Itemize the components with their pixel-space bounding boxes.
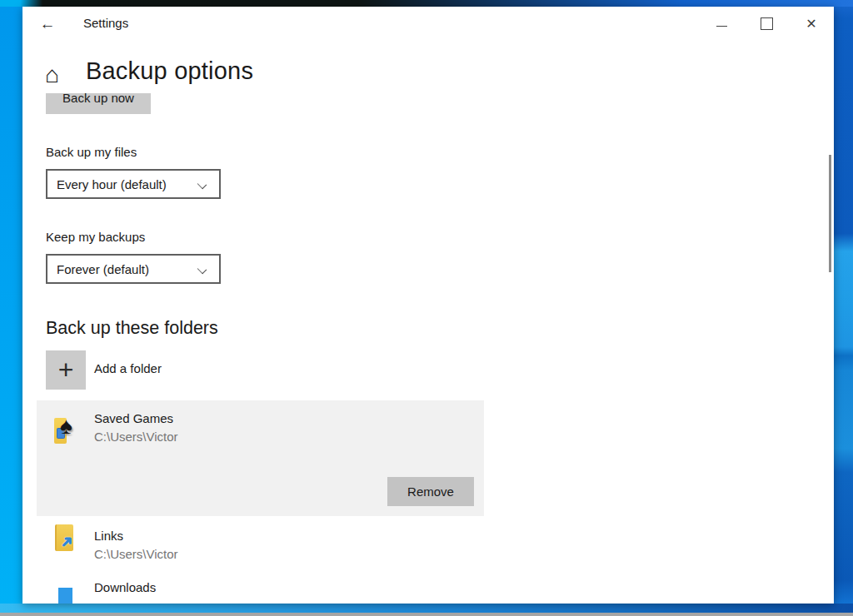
back-up-now-label: Back up now <box>46 93 151 108</box>
plus-icon: + <box>46 350 86 390</box>
folder-name: Saved Games <box>94 411 173 425</box>
folder-item-downloads[interactable]: Downloads <box>37 578 484 604</box>
retention-label: Keep my backups <box>46 230 145 244</box>
desktop-wallpaper-left <box>0 7 22 604</box>
app-title: Settings <box>83 16 128 30</box>
links-folder-icon: ➜ <box>55 524 80 554</box>
back-arrow-icon: ← <box>40 15 56 32</box>
back-up-now-button[interactable]: Back up now <box>46 93 151 114</box>
window-controls: ✕ <box>699 7 834 40</box>
desktop-wallpaper-top <box>0 0 853 7</box>
chevron-down-icon <box>197 265 207 274</box>
spade-icon: ♠ <box>60 413 72 440</box>
add-folder-button[interactable]: + Add a folder <box>46 350 396 390</box>
folders-section-title: Back up these folders <box>46 318 218 339</box>
folder-name: Downloads <box>94 580 156 594</box>
maximize-icon <box>761 17 773 30</box>
frequency-label: Back up my files <box>46 145 137 159</box>
remove-button[interactable]: Remove <box>387 477 474 506</box>
add-folder-label: Add a folder <box>94 361 162 375</box>
folder-path: C:\Users\Victor <box>94 547 178 561</box>
retention-value: Forever (default) <box>57 262 149 276</box>
frequency-value: Every hour (default) <box>57 177 167 191</box>
folder-path: C:\Users\Victor <box>94 430 178 444</box>
downloads-folder-icon <box>58 588 72 604</box>
folder-item-saved-games[interactable]: ♠ Saved Games C:\Users\Victor Remove <box>37 400 484 516</box>
minimize-button[interactable] <box>699 7 744 40</box>
desktop-wallpaper-bottom <box>0 604 853 613</box>
settings-window: ← Settings ✕ ⌂ Backup options Back up no… <box>22 7 834 604</box>
close-button[interactable]: ✕ <box>789 7 834 40</box>
saved-games-folder-icon: ♠ <box>54 415 84 450</box>
taskbar-edge <box>0 613 853 616</box>
maximize-button[interactable] <box>744 7 789 40</box>
vertical-scrollbar-thumb[interactable] <box>829 155 831 272</box>
back-button[interactable]: ← <box>32 12 62 37</box>
folder-item-links[interactable]: ➜ Links C:\Users\Victor <box>37 519 484 572</box>
folder-name: Links <box>94 529 123 543</box>
page-title: Backup options <box>86 57 253 85</box>
chevron-down-icon <box>197 180 207 189</box>
retention-dropdown[interactable]: Forever (default) <box>46 254 221 284</box>
minimize-icon <box>716 26 727 27</box>
close-icon: ✕ <box>806 16 816 32</box>
home-icon: ⌂ <box>45 62 59 88</box>
frequency-dropdown[interactable]: Every hour (default) <box>46 169 221 199</box>
desktop-wallpaper-right <box>834 7 853 604</box>
